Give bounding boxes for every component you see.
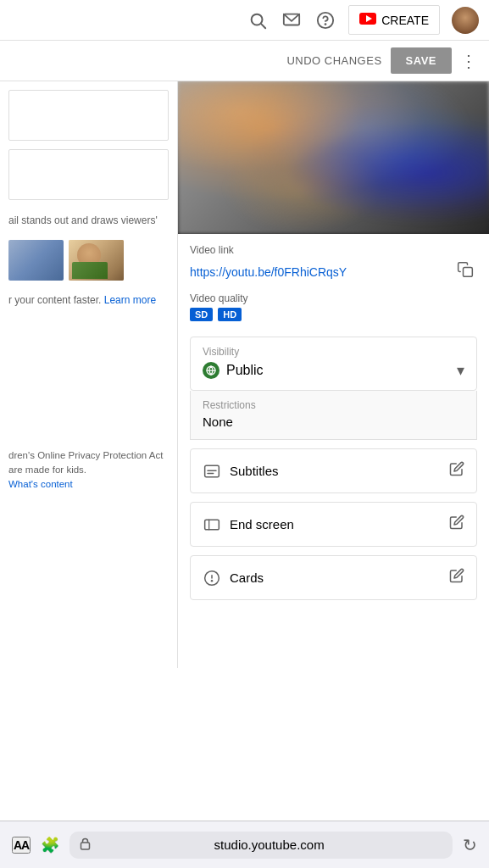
visibility-label: Visibility	[203, 346, 464, 358]
learn-more-link[interactable]: Learn more	[104, 294, 156, 306]
visibility-value-row: Public ▾	[203, 361, 464, 380]
svg-rect-13	[205, 520, 219, 530]
video-quality-label: Video quality	[190, 292, 477, 304]
address-bar: AA 🧩 studio.youtube.com ↻	[0, 821, 489, 868]
url-text: studio.youtube.com	[96, 837, 442, 852]
help-icon[interactable]	[314, 9, 336, 31]
subtitles-section[interactable]: Subtitles	[190, 448, 477, 493]
video-link[interactable]: https://youtu.be/f0FRhiCRqsY	[190, 265, 347, 279]
thumbnail-tip: ail stands out and draws viewers'	[0, 209, 177, 233]
sd-badge[interactable]: SD	[190, 308, 213, 321]
end-screen-edit-icon[interactable]	[449, 515, 464, 534]
kids-link[interactable]: What's content	[8, 479, 73, 489]
visibility-dropdown-arrow[interactable]: ▾	[457, 361, 464, 380]
youtube-icon	[359, 11, 376, 29]
subtitles-label: Subtitles	[230, 464, 279, 478]
top-nav: CREATE	[0, 0, 489, 41]
create-button[interactable]: CREATE	[348, 5, 440, 35]
cards-section[interactable]: Cards	[190, 555, 477, 600]
svg-rect-10	[205, 465, 219, 476]
subtitles-left: Subtitles	[203, 462, 279, 481]
video-link-label: Video link	[190, 244, 477, 256]
cards-edit-icon[interactable]	[449, 568, 464, 587]
avatar[interactable]	[452, 7, 479, 34]
url-bar[interactable]: studio.youtube.com	[69, 832, 453, 859]
video-preview	[178, 81, 489, 234]
undo-changes-button[interactable]: UNDO CHANGES	[286, 54, 381, 67]
svg-line-1	[261, 24, 265, 28]
video-link-row: https://youtu.be/f0FRhiCRqsY	[190, 258, 477, 286]
end-screen-section[interactable]: End screen	[190, 502, 477, 547]
quality-badges: SD HD	[190, 308, 477, 321]
svg-rect-18	[81, 843, 90, 849]
main-content: ail stands out and draws viewers' r your…	[0, 81, 489, 668]
hd-badge[interactable]: HD	[218, 308, 242, 321]
left-panel: ail stands out and draws viewers' r your…	[0, 81, 178, 668]
extensions-icon[interactable]: 🧩	[41, 836, 59, 854]
end-screen-label: End screen	[230, 517, 294, 531]
svg-rect-7	[464, 268, 473, 277]
search-icon[interactable]	[247, 9, 269, 31]
save-button[interactable]: SAVE	[391, 47, 452, 74]
content-faster-tip: r your content faster. Learn more	[0, 287, 177, 313]
copy-icon[interactable]	[453, 258, 477, 286]
reload-icon[interactable]: ↻	[463, 835, 477, 855]
thumbnail-row	[0, 233, 177, 287]
lock-icon	[80, 837, 91, 853]
restrictions-label: Restrictions	[203, 399, 464, 411]
create-label: CREATE	[381, 14, 429, 27]
video-info: Video link https://youtu.be/f0FRhiCRqsY …	[178, 234, 489, 328]
cards-left: Cards	[203, 569, 264, 587]
subtitles-edit-icon[interactable]	[449, 461, 464, 481]
message-icon[interactable]	[281, 9, 303, 31]
visibility-text: Public	[226, 363, 264, 378]
aa-button[interactable]: AA	[12, 837, 31, 854]
restrictions-section: Restrictions None	[190, 391, 477, 440]
subtitles-icon	[203, 462, 221, 481]
description-field[interactable]	[8, 149, 169, 200]
thumbnail-2[interactable]	[69, 240, 124, 281]
visibility-section[interactable]: Visibility Public ▾	[190, 337, 477, 391]
cards-label: Cards	[230, 570, 264, 585]
right-panel: Video link https://youtu.be/f0FRhiCRqsY …	[178, 81, 489, 668]
toolbar: UNDO CHANGES SAVE ⋮	[0, 41, 489, 81]
thumbnail-1[interactable]	[8, 240, 64, 281]
end-screen-left: End screen	[203, 515, 294, 534]
public-icon	[203, 362, 219, 379]
more-options-button[interactable]: ⋮	[460, 53, 477, 70]
restrictions-value: None	[203, 415, 464, 429]
title-field[interactable]	[8, 90, 169, 141]
sections-wrapper: Visibility Public ▾	[178, 337, 489, 600]
visibility-value: Public	[203, 362, 264, 379]
end-screen-icon	[203, 515, 221, 534]
kids-notice: dren's Online Privacy Protection Act are…	[0, 313, 177, 498]
cards-icon	[203, 569, 221, 587]
